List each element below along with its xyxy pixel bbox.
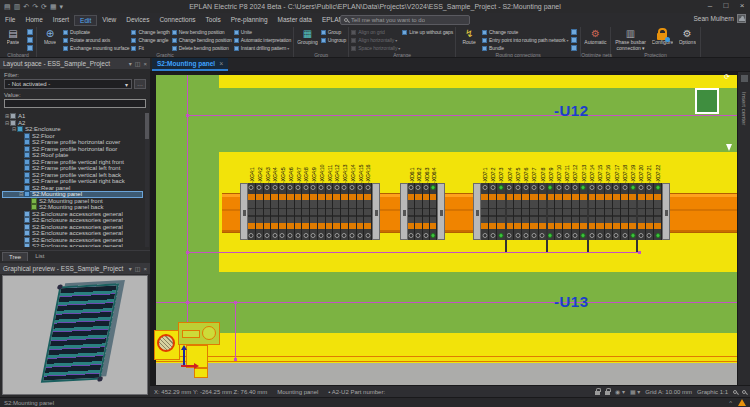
construction-handle[interactable] bbox=[638, 251, 641, 254]
construction-handle[interactable] bbox=[234, 358, 237, 361]
close-button[interactable]: × bbox=[734, 0, 750, 13]
tab-tools[interactable]: Tools bbox=[201, 15, 226, 26]
user-area[interactable]: Sean Mulhern bbox=[694, 14, 746, 23]
layout-space-header[interactable]: Layout space - ESS_Sample_Project ▾ ◫ × bbox=[0, 58, 150, 69]
terminal-xd7-12[interactable] bbox=[572, 183, 580, 240]
chevron-down-icon[interactable]: ▾ bbox=[129, 60, 132, 67]
terminal-xg4-15[interactable] bbox=[357, 183, 365, 240]
terminal-xg4-11[interactable] bbox=[326, 183, 334, 240]
terminal-xg4-8[interactable] bbox=[302, 183, 310, 240]
device-label-u13[interactable]: -U13 bbox=[554, 293, 589, 310]
terminal-xg4-9[interactable] bbox=[310, 183, 318, 240]
close-icon[interactable]: × bbox=[143, 61, 147, 67]
line-up-without-gaps-button[interactable]: Line up without gaps bbox=[402, 28, 453, 36]
terminal-xg4-2[interactable] bbox=[256, 183, 264, 240]
pin-icon[interactable]: ◫ bbox=[135, 60, 141, 67]
keyhole-slot[interactable] bbox=[178, 322, 220, 345]
collapse-icon[interactable]: ^ bbox=[729, 400, 732, 406]
device-label-u12[interactable]: -U12 bbox=[554, 102, 589, 119]
automatic-interpretation-button[interactable]: Automatic interpretation bbox=[234, 36, 291, 44]
terminal-xg4-3[interactable] bbox=[264, 183, 272, 240]
terminal-xg4-10[interactable] bbox=[318, 183, 326, 240]
preview-viewport[interactable] bbox=[2, 275, 148, 395]
change-bending-position-button[interactable]: Change bending position bbox=[172, 36, 232, 44]
terminal-xd7-1[interactable] bbox=[481, 183, 489, 240]
terminal-xd7-4[interactable] bbox=[506, 183, 514, 240]
terminal-xg4-16[interactable] bbox=[364, 183, 372, 240]
terminal-xg4-6[interactable] bbox=[287, 183, 295, 240]
terminal-xg4-14[interactable] bbox=[349, 183, 357, 240]
terminal-xg4-1[interactable] bbox=[248, 183, 256, 240]
terminal-xd7-18[interactable] bbox=[621, 183, 629, 240]
insert-preview-square[interactable] bbox=[695, 88, 719, 114]
options-button[interactable]: ⚙Options bbox=[676, 28, 698, 52]
terminal-strip-xd7[interactable]: -XD7:1-XD7:2-XD7:3-XD7:4-XD7:5-XD7:6-XD7… bbox=[473, 155, 670, 240]
copy-icon[interactable] bbox=[27, 37, 33, 43]
terminal-xd7-20[interactable] bbox=[637, 183, 645, 240]
exchange-mounting-surface-button[interactable]: Exchange mounting surface bbox=[63, 44, 129, 52]
net-expand-icon[interactable] bbox=[571, 45, 577, 51]
terminal-xd7-10[interactable] bbox=[555, 183, 563, 240]
terminal-strip-xg4[interactable]: -XG4:1-XG4:2-XG4:3-XG4:4-XG4:5-XG4:6-XG4… bbox=[240, 155, 380, 240]
tree-item-s2-enclosure-accessories-general[interactable]: S2:Enclosure accessories general bbox=[2, 243, 143, 247]
preview-header[interactable]: Graphical preview - ESS_Sample_Project ▾… bbox=[0, 263, 150, 274]
paste-button[interactable]: ▤Paste bbox=[2, 28, 24, 52]
route-button[interactable]: ↯Route bbox=[458, 28, 480, 52]
construction-handle[interactable] bbox=[186, 251, 189, 254]
refresh-icon[interactable]: ⟳ bbox=[41, 0, 47, 13]
fit-button[interactable]: Fit bbox=[131, 44, 169, 52]
unite-button[interactable]: Unite bbox=[234, 28, 291, 36]
terminal-xg4-4[interactable] bbox=[271, 183, 279, 240]
terminal-xg4-7[interactable] bbox=[295, 183, 303, 240]
configure-button[interactable]: Configure bbox=[651, 28, 675, 52]
document-tab[interactable]: S2:Mounting panel × bbox=[152, 58, 228, 71]
close-icon[interactable]: × bbox=[143, 266, 147, 272]
ungroup-button[interactable]: Ungroup bbox=[321, 36, 346, 44]
cut-icon[interactable] bbox=[27, 29, 33, 35]
terminal-xd7-16[interactable] bbox=[605, 183, 613, 240]
layer-visibility-icon[interactable]: ◉ ▾ bbox=[615, 388, 625, 395]
customize-icon[interactable]: ▾ bbox=[60, 0, 64, 13]
tab-insert[interactable]: Insert bbox=[48, 15, 74, 26]
delete-bending-position-button[interactable]: Delete bending position bbox=[172, 44, 232, 52]
tab-pre-planning[interactable]: Pre-planning bbox=[226, 15, 273, 26]
terminal-xd7-5[interactable] bbox=[514, 183, 522, 240]
grouping-button[interactable]: ▦Grouping bbox=[296, 28, 319, 52]
tree-item-s2-frame-profile-vertical-right-back[interactable]: S2:Frame profile vertical right back bbox=[2, 178, 143, 185]
bundle-button[interactable]: Bundle bbox=[482, 44, 568, 52]
new-icon[interactable]: ▤ bbox=[4, 0, 11, 13]
warning-icon[interactable] bbox=[738, 399, 746, 406]
group-button[interactable]: Group bbox=[321, 28, 346, 36]
rotate-around-axis-button[interactable]: Rotate around axis bbox=[63, 36, 129, 44]
tab-list[interactable]: List bbox=[28, 251, 51, 261]
lock-icon[interactable] bbox=[595, 391, 600, 395]
minimize-button[interactable]: – bbox=[702, 0, 718, 13]
terminal-xd7-6[interactable] bbox=[522, 183, 530, 240]
change-angle-button[interactable]: Change angle bbox=[131, 36, 169, 44]
entry-point-into-routing-path-network-button[interactable]: Entry point into routing path network▾ bbox=[482, 36, 568, 44]
instant-drilling-pattern-button[interactable]: Instant drilling pattern▾ bbox=[234, 44, 291, 52]
change-length-button[interactable]: Change length bbox=[131, 28, 169, 36]
net-point-icon[interactable] bbox=[571, 37, 577, 43]
construction-handle[interactable] bbox=[186, 301, 189, 304]
zoom-out-icon[interactable] bbox=[742, 390, 746, 394]
settings-icon[interactable]: ▦ bbox=[50, 0, 57, 13]
tab-home[interactable]: Home bbox=[20, 15, 47, 26]
duplicate-button[interactable]: Duplicate bbox=[63, 28, 129, 36]
terminal-xd6-2[interactable] bbox=[415, 183, 422, 240]
redo-icon[interactable]: ↷ bbox=[32, 0, 38, 13]
tab-file[interactable]: File bbox=[0, 15, 20, 26]
close-icon[interactable]: × bbox=[219, 60, 223, 67]
tab-tree[interactable]: Tree bbox=[2, 252, 28, 261]
move-button[interactable]: ⊕Move bbox=[39, 28, 61, 52]
terminal-xg4-5[interactable] bbox=[279, 183, 287, 240]
terminal-xg4-13[interactable] bbox=[341, 183, 349, 240]
automatic-button[interactable]: ⚙Automatic bbox=[583, 28, 607, 52]
terminal-xd7-15[interactable] bbox=[596, 183, 604, 240]
undo-icon[interactable]: ↶ bbox=[23, 0, 29, 13]
tab-view[interactable]: View bbox=[97, 15, 121, 26]
terminal-xd7-21[interactable] bbox=[646, 183, 654, 240]
avatar[interactable] bbox=[737, 14, 746, 23]
mounting-hole[interactable] bbox=[157, 334, 175, 352]
terminal-xd6-1[interactable] bbox=[408, 183, 415, 240]
